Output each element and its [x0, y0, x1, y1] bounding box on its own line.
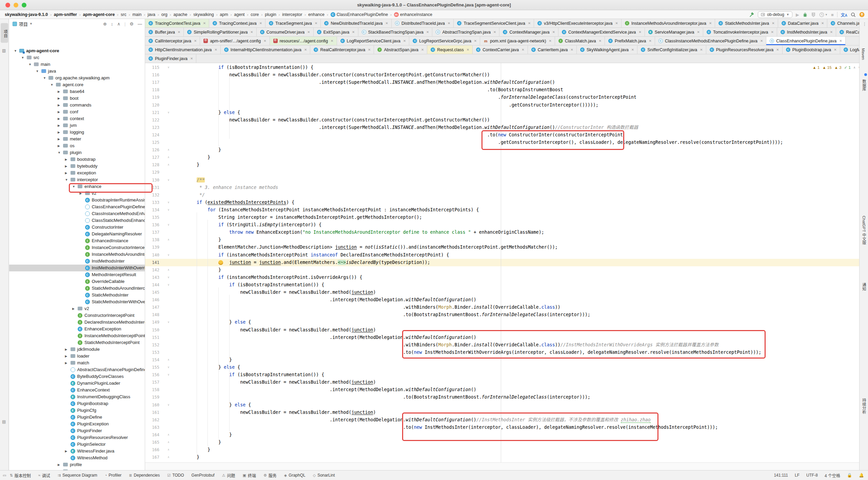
gutter-line-number[interactable]: 156 [146, 371, 159, 379]
gutter-line-number[interactable]: 149 [146, 319, 159, 326]
tab-contextmanager-java[interactable]: CContextManager.java✕ [499, 28, 558, 36]
tree-item-base64[interactable]: ▶base64 [9, 88, 145, 95]
project-panel-header[interactable]: 项目 ▼ ⊕ ↕ ∧ | ⚙ — [9, 19, 145, 28]
gutter-line-number[interactable]: 122 [146, 116, 159, 124]
close-tab-icon[interactable]: ✕ [528, 21, 531, 25]
tool-window-button-服务[interactable]: ⚙服务 [263, 473, 277, 478]
tree-item-apm-agent-core[interactable]: ▼apm-agent-core [9, 47, 145, 54]
gutter-line-number[interactable]: 167 [146, 454, 159, 461]
tab-skywalkingagent-java[interactable]: CSkyWalkingAgent.java✕ [577, 45, 637, 54]
close-tab-icon[interactable]: ✕ [474, 39, 477, 43]
close-tab-icon[interactable]: ✕ [549, 39, 552, 43]
tab-logreportservicegrpc-java[interactable]: CLogReportServiceGrpc.java✕ [409, 37, 480, 45]
tree-item-staticmethodsinterwithoverrideargs[interactable]: CStaticMethodsInterWithOverrideArgs [9, 299, 145, 305]
hide-panel-icon[interactable]: — [138, 21, 142, 26]
gutter-line-number[interactable]: 154 [146, 356, 159, 364]
gutter-line-number[interactable]: 147 [146, 304, 159, 311]
gutter-line-number[interactable]: 165 [146, 439, 159, 446]
close-tab-icon[interactable]: ✕ [772, 21, 774, 25]
close-tab-icon[interactable]: ✕ [638, 30, 641, 34]
breadcrumb-item[interactable]: ›src [115, 12, 126, 17]
close-tab-icon[interactable]: ✕ [830, 30, 833, 34]
breadcrumb-item[interactable]: ›apm-agent-core [77, 12, 115, 17]
tab-exitspan-java[interactable]: CExitSpan.java✕ [314, 28, 358, 36]
tree-item-profile[interactable]: ▶profile [9, 461, 145, 468]
close-tab-icon[interactable]: ✕ [697, 30, 700, 34]
tree-item-jvm[interactable]: ▶jvm [9, 122, 145, 129]
tab-tomcatinvokeinterceptor-java[interactable]: CTomcatInvokeInterceptor.java✕ [703, 28, 777, 36]
fold-marker-icon[interactable]: ∨ [167, 364, 170, 371]
tab-logreportserviceclient-java[interactable]: CLogReportServiceClient.java✕ [337, 37, 410, 45]
run-configuration-select[interactable]: ob-debug ▼ [758, 11, 792, 18]
tree-item-plugindefine[interactable]: CPluginDefine [9, 414, 145, 421]
tree-expand-arrow[interactable]: ▶ [65, 171, 67, 175]
update-available-icon[interactable] [859, 12, 865, 17]
tab-servicemanager-java[interactable]: EServiceManager.java✕ [645, 28, 703, 36]
breadcrumb-item[interactable]: ›core [245, 12, 259, 17]
tool-window-tab-maven[interactable]: Maven [861, 48, 865, 60]
tool-window-button-todo[interactable]: ☑TODO [167, 473, 184, 478]
gutter-line-number[interactable]: 127 [146, 154, 159, 161]
tab-request-class[interactable]: CRequest.class✕ [427, 45, 473, 54]
tool-window-button-调试[interactable]: ≈调试 [38, 473, 50, 478]
coverage-button[interactable] [811, 12, 816, 17]
tool-window-button-genprotobuf[interactable]: GenProtobuf [192, 473, 215, 478]
fold-marker-icon[interactable]: ∨ [167, 206, 170, 214]
tool-window-button-dependencies[interactable]: ≣Dependencies [129, 473, 160, 478]
tab-callinterceptor-java[interactable]: CCallInterceptor.java✕ [145, 37, 200, 45]
commit-tool-icon[interactable]: ▧ [2, 48, 6, 53]
tab-carrieritem-java[interactable]: CCarrierItem.java✕ [528, 45, 577, 54]
gutter-line-number[interactable]: 161 [146, 409, 159, 416]
tree-item-plugincfg[interactable]: EPluginCfg [9, 407, 145, 414]
fold-marker-icon[interactable]: ∨ [167, 319, 170, 326]
tool-window-button-版本控制[interactable]: ⇅版本控制 [9, 473, 31, 478]
tree-collapse-arrow[interactable]: ▼ [51, 83, 54, 87]
tab-instancemethodsaroundinterceptor-java[interactable]: IInstanceMethodsAroundInterceptor.java✕ [622, 19, 715, 27]
tab-realcallinterceptor-java[interactable]: CRealCallInterceptor.java✕ [310, 45, 374, 54]
close-tab-icon[interactable]: ✕ [467, 48, 469, 52]
close-tab-icon[interactable]: ✕ [307, 30, 310, 34]
tab-v3-httpclientexecuteinterceptor-java[interactable]: Cv3/HttpClientExecuteInterceptor.java✕ [534, 19, 622, 27]
gutter-line-number[interactable]: 153 [146, 349, 159, 356]
structure-tool-icon[interactable]: ▤ [2, 419, 6, 424]
tree-expand-arrow[interactable]: ▶ [58, 463, 60, 466]
tree-item-constructorinterceptpoint[interactable]: IConstructorInterceptPoint [9, 312, 145, 319]
tree-item-logging[interactable]: ▶logging [9, 129, 145, 136]
tree-expand-arrow[interactable]: ▶ [58, 110, 60, 114]
tree-collapse-arrow[interactable]: ▼ [21, 56, 24, 59]
tab-internalhttpclientinstrumentation-java[interactable]: CInternalHttpClientInstrumentation.java✕ [221, 45, 311, 54]
gutter-line-number[interactable]: 128 [146, 161, 159, 169]
gutter-line-number[interactable]: 145 [146, 289, 159, 296]
status-widget[interactable]: LF [795, 473, 800, 478]
fold-marker-icon[interactable]: ∧ [167, 266, 170, 274]
tree-item-staticmethodsaroundinterceptor[interactable]: IStaticMethodsAroundInterceptor [9, 285, 145, 292]
gutter-line-number[interactable]: 143 [146, 274, 159, 281]
tab-snifferconfiginitializer-java[interactable]: CSnifferConfigInitializer.java✕ [637, 45, 706, 54]
project-tool-window-tab[interactable]: 项目 [1, 23, 8, 43]
tool-window-tab-通知[interactable]: 通知 [861, 283, 867, 291]
tree-item-pluginexception[interactable]: CPluginException [9, 421, 145, 427]
tab-classinstancemethodsenhanceplugindefine-java[interactable]: CClassInstanceMethodsEnhancePluginDefine… [655, 37, 766, 45]
close-tab-icon[interactable]: ✕ [203, 21, 206, 25]
gutter-line-number[interactable]: 157 [146, 379, 159, 386]
tree-expand-arrow[interactable]: ▶ [72, 307, 75, 310]
tree-collapse-arrow[interactable]: ▼ [36, 70, 39, 73]
gutter-line-number[interactable]: 158 [146, 386, 159, 393]
breadcrumb-item[interactable]: ›apm [214, 12, 228, 17]
gutter-line-number[interactable]: 136 [146, 221, 159, 229]
tree-expand-arrow[interactable]: ▶ [65, 158, 67, 161]
tree-expand-arrow[interactable]: ▶ [58, 124, 60, 127]
gutter-line-number[interactable]: 133 [146, 199, 159, 206]
close-tab-icon[interactable]: ✕ [315, 21, 317, 25]
tree-expand-arrow[interactable]: ▶ [65, 165, 67, 168]
tree-expand-arrow[interactable]: ▶ [65, 354, 67, 358]
tree-item-bytebuddy[interactable]: ▶bytebuddy [9, 163, 145, 170]
gutter-line-number[interactable]: 164 [146, 431, 159, 439]
breadcrumb-item[interactable]: ›menhanceInstance [388, 12, 432, 17]
close-tab-icon[interactable]: ✕ [178, 30, 180, 34]
gutter-line-number[interactable]: 137 [146, 229, 159, 236]
gutter-line-number[interactable]: 135 [146, 214, 159, 221]
tree-item-enhancecontext[interactable]: CEnhanceContext [9, 387, 145, 393]
fold-marker-icon[interactable]: ∧ [167, 431, 170, 439]
close-tab-icon[interactable]: ✕ [386, 21, 388, 25]
